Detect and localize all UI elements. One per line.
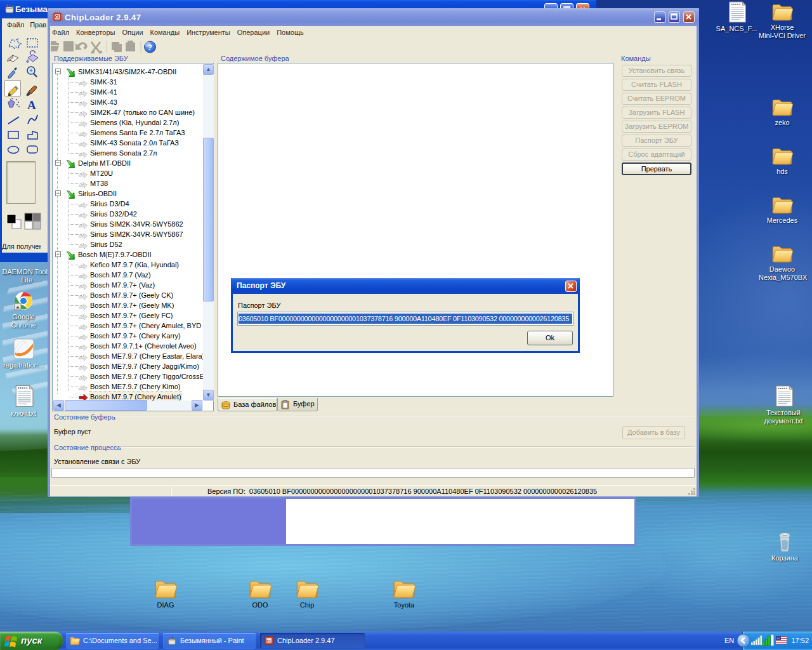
svg-text:CL: CL — [266, 639, 272, 643]
svg-text:CL: CL — [55, 15, 61, 19]
svg-text:A: A — [27, 98, 36, 112]
svg-text:?: ? — [147, 43, 152, 52]
